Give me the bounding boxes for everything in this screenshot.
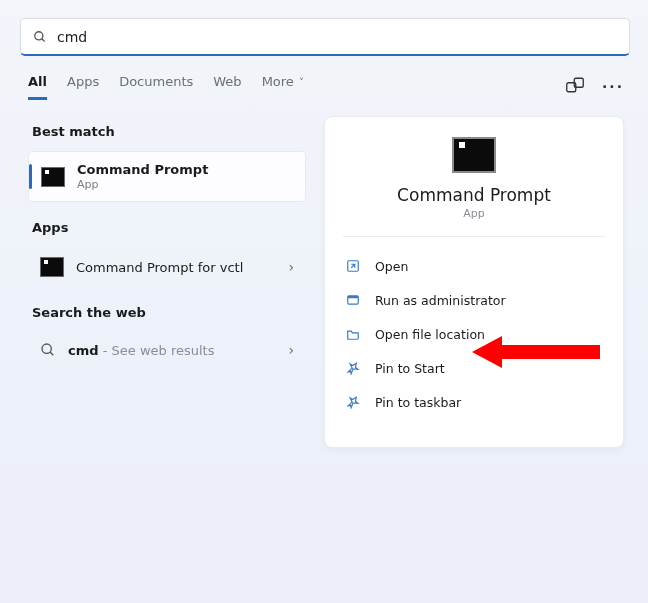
section-best-match: Best match — [32, 124, 306, 139]
result-subtitle: App — [77, 178, 208, 191]
pin-icon — [345, 394, 361, 410]
search-bar[interactable] — [20, 18, 630, 56]
chevron-down-icon: ˅ — [296, 77, 304, 88]
result-cmd-vctl[interactable]: Command Prompt for vctl › — [28, 247, 306, 287]
action-label: Run as administrator — [375, 293, 506, 308]
chevron-right-icon: › — [288, 342, 294, 358]
result-web-cmd[interactable]: cmd - See web results › — [28, 332, 306, 368]
divider — [343, 236, 605, 237]
tab-more[interactable]: More ˅ — [262, 74, 304, 100]
results-column: Best match Command Prompt App Apps Comma… — [28, 116, 306, 448]
cmd-app-icon — [40, 257, 64, 277]
search-options-icon[interactable] — [566, 77, 584, 97]
details-title: Command Prompt — [397, 185, 551, 205]
action-open[interactable]: Open — [331, 249, 617, 283]
details-pane: Command Prompt App Open Run as administr… — [324, 116, 624, 448]
details-subtitle: App — [463, 207, 485, 220]
search-tabs: All Apps Documents Web More ˅ ··· — [20, 74, 630, 100]
action-label: Open file location — [375, 327, 485, 342]
folder-icon — [345, 326, 361, 342]
result-title: cmd - See web results — [68, 343, 214, 358]
action-label: Open — [375, 259, 408, 274]
search-icon — [33, 30, 47, 44]
svg-line-1 — [42, 38, 45, 41]
cmd-app-icon — [452, 137, 496, 173]
svg-point-0 — [35, 31, 43, 39]
tab-all[interactable]: All — [28, 74, 47, 100]
action-pin-to-taskbar[interactable]: Pin to taskbar — [331, 385, 617, 419]
svg-point-4 — [42, 344, 51, 353]
svg-line-5 — [50, 352, 53, 355]
action-run-as-administrator[interactable]: Run as administrator — [331, 283, 617, 317]
cmd-app-icon — [41, 167, 65, 187]
section-search-web: Search the web — [32, 305, 306, 320]
pin-icon — [345, 360, 361, 376]
open-icon — [345, 258, 361, 274]
tab-apps[interactable]: Apps — [67, 74, 99, 100]
result-title: Command Prompt for vctl — [76, 260, 243, 275]
action-list: Open Run as administrator Open file loca… — [325, 245, 623, 423]
action-open-file-location[interactable]: Open file location — [331, 317, 617, 351]
section-apps: Apps — [32, 220, 306, 235]
tab-documents[interactable]: Documents — [119, 74, 193, 100]
action-label: Pin to taskbar — [375, 395, 461, 410]
shield-admin-icon — [345, 292, 361, 308]
search-icon — [40, 342, 56, 358]
svg-rect-8 — [348, 296, 359, 298]
more-options-icon[interactable]: ··· — [602, 79, 624, 95]
result-title: Command Prompt — [77, 162, 208, 177]
action-label: Pin to Start — [375, 361, 445, 376]
action-pin-to-start[interactable]: Pin to Start — [331, 351, 617, 385]
search-input[interactable] — [47, 29, 617, 45]
result-command-prompt[interactable]: Command Prompt App — [28, 151, 306, 202]
tab-web[interactable]: Web — [213, 74, 241, 100]
chevron-right-icon: › — [288, 259, 294, 275]
